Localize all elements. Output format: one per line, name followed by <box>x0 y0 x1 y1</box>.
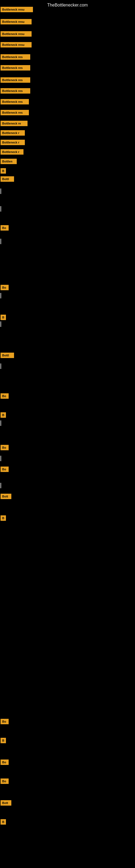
lower-badge-6: B <box>1 412 6 418</box>
line-marker-1 <box>1 188 1 194</box>
badge-10: Bottleneck res <box>1 110 29 115</box>
bottom-badge-6: B <box>1 819 6 825</box>
badge-3: Bottleneck resu <box>1 31 32 37</box>
badge-15: Bottlen <box>1 159 17 164</box>
line-marker-3 <box>1 239 1 244</box>
badge-8: Bottleneck res <box>1 88 30 94</box>
bottom-badge-4: Bo <box>1 778 9 784</box>
badge-2: Bottleneck resu <box>1 19 32 24</box>
badge-7: Bottleneck res <box>1 77 30 83</box>
badge-4: Bottleneck resu <box>1 42 32 48</box>
badge-5: Bottleneck res <box>1 54 30 60</box>
lower-badge-10: B <box>1 516 6 521</box>
badge-13: Bottleneck r <box>1 140 25 145</box>
lower-badge-9: Bott <box>1 494 11 499</box>
bottom-badge-3: Bo <box>1 760 9 765</box>
badge-6: Bottleneck res <box>1 65 30 70</box>
badge-17: Bottl <box>1 176 14 182</box>
line-marker-6 <box>1 364 1 369</box>
badge-14: Bottleneck r <box>1 149 24 155</box>
lower-badge-7: Bo <box>1 445 9 450</box>
lower-badge-2: Bo <box>1 285 9 290</box>
badge-9: Bottleneck res <box>1 99 29 104</box>
badge-16: B <box>1 168 6 174</box>
line-marker-2 <box>1 206 1 212</box>
lower-badge-4: Bottl <box>1 352 14 358</box>
badge-11: Bottleneck re <box>1 121 28 126</box>
line-marker-4 <box>1 293 1 299</box>
bottom-badge-1: Bo <box>1 719 9 724</box>
badge-12: Bottleneck r <box>1 130 25 135</box>
line-marker-8 <box>1 456 1 461</box>
line-marker-7 <box>1 421 1 426</box>
line-marker-9 <box>1 483 1 488</box>
lower-badge-3: B <box>1 315 6 320</box>
bottom-badge-5: Bott <box>1 800 11 806</box>
lower-badge-1: Bo <box>1 225 9 230</box>
badge-1: Bottleneck resu <box>1 7 33 12</box>
lower-badge-5: Bo <box>1 393 9 399</box>
line-marker-5 <box>1 321 1 327</box>
lower-badge-8: Bo <box>1 467 9 472</box>
bottom-badge-2: B <box>1 738 6 743</box>
